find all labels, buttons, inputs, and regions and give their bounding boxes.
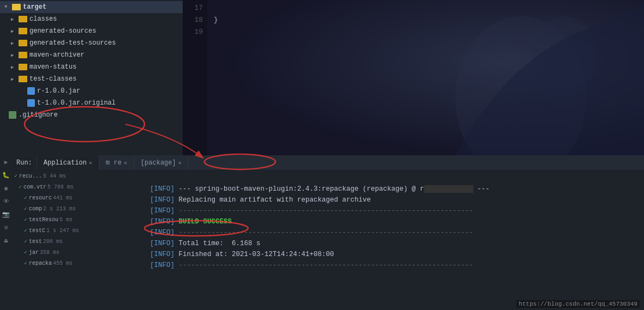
check-icon-jar: ✓ xyxy=(24,249,27,256)
bottom-panel: ✓ recu... 5 44 ms ✓ com.vtr 5 786 ms ✓ r… xyxy=(12,171,644,310)
tree-arrow-classes: ▶ xyxy=(11,16,17,22)
check-icon-comvtr: ✓ xyxy=(19,184,22,190)
jar-icon-1 xyxy=(27,87,35,95)
folder-icon-gen-src xyxy=(19,28,27,34)
tree-item-jar1[interactable]: r-1.0.0.jar xyxy=(0,85,183,97)
run-item-jar-label: jar xyxy=(29,250,39,256)
root-label: target xyxy=(23,3,46,11)
tree-root[interactable]: ▼ target xyxy=(0,1,183,13)
label-jar1: r-1.0.0.jar xyxy=(37,87,80,95)
run-item-testresou[interactable]: ✓ testResou 5 ms xyxy=(12,214,105,225)
camera-icon[interactable]: 📷 xyxy=(2,210,10,218)
run-item-recu-label: recu... xyxy=(19,173,42,179)
tree-arrow-test-classes: ▶ xyxy=(11,76,17,82)
run-item-resourc[interactable]: ✓ resourc 441 ms xyxy=(12,192,105,203)
label-gen-test: generated-test-sources xyxy=(29,39,116,47)
code-line-18: } xyxy=(214,14,637,26)
run-item-testc-label: testC xyxy=(29,228,45,234)
run-tree: ✓ recu... 5 44 ms ✓ com.vtr 5 786 ms ✓ r… xyxy=(12,171,105,310)
tree-item-generated-sources[interactable]: ▶ generated-sources xyxy=(0,25,183,37)
run-item-comp-time: 2 s 213 ms xyxy=(43,206,76,212)
settings-icon[interactable]: ⚙ xyxy=(2,223,10,232)
tree-arrow-gen-test: ▶ xyxy=(11,40,17,46)
folder-icon-test-classes xyxy=(19,76,27,82)
run-item-repacka-label: repacka xyxy=(29,260,52,266)
folder-icon-classes xyxy=(19,16,27,22)
run-item-comp-label: comp xyxy=(29,206,42,212)
line-num-17: 17 xyxy=(183,2,203,14)
run-item-testresou-time: 5 ms xyxy=(59,217,73,223)
tab-bar: Run: Application ✕ m re ✕ [package] ✕ xyxy=(12,155,644,171)
code-content: } xyxy=(207,0,644,155)
check-icon-recu: ✓ xyxy=(14,173,17,179)
check-icon-test: ✓ xyxy=(24,238,27,245)
jar-icon-2 xyxy=(27,99,35,107)
run-item-comp[interactable]: ✓ comp 2 s 213 ms xyxy=(12,203,105,214)
tree-item-maven-archiver[interactable]: ▶ maven-archiver xyxy=(0,49,183,61)
line-num-19: 19 xyxy=(183,26,203,38)
exit-icon[interactable]: ⏏ xyxy=(2,236,10,245)
tree-item-test-classes[interactable]: ▶ test-classes xyxy=(0,73,183,85)
tab-re[interactable]: m re ✕ xyxy=(99,155,134,170)
tab-package-label: [package] xyxy=(141,159,176,167)
run-item-repacka[interactable]: ✓ repacka 455 ms xyxy=(12,258,105,269)
play-icon[interactable]: ▶ xyxy=(2,157,10,166)
code-line-17 xyxy=(214,2,637,14)
run-item-comvtr-label: com.vtr xyxy=(23,184,46,190)
file-tree: ▼ target ▶ classes ▶ generated-sources ▶… xyxy=(0,0,183,155)
run-item-recu-time: 5 44 ms xyxy=(43,173,66,179)
check-icon-testc: ✓ xyxy=(24,227,27,234)
tab-application-label: Application xyxy=(44,159,87,167)
tree-item-gitignore[interactable]: .gitignore xyxy=(0,109,183,121)
check-icon-repacka: ✓ xyxy=(24,260,27,266)
run-item-test-time: 206 ms xyxy=(43,239,63,245)
label-classes: classes xyxy=(29,15,57,23)
folder-icon-archiver xyxy=(19,52,27,58)
tab-re-close[interactable]: ✕ xyxy=(124,160,127,166)
code-editor: 17 18 19 } xyxy=(183,0,644,155)
run-item-jar[interactable]: ✓ jar 358 ms xyxy=(12,247,105,258)
tab-package[interactable]: [package] ✕ xyxy=(134,155,189,170)
check-icon-comp: ✓ xyxy=(24,205,27,212)
run-item-testresou-label: testResou xyxy=(29,217,58,223)
profile-icon[interactable]: ◉ xyxy=(2,184,10,192)
label-status: maven-status xyxy=(29,63,76,71)
left-sidebar: ▶ 🐛 ◉ 👁 📷 ⚙ ⏏ xyxy=(0,155,12,310)
line-numbers: 17 18 19 xyxy=(183,0,207,155)
code-line-19 xyxy=(214,26,637,38)
eye-icon[interactable]: 👁 xyxy=(2,197,10,205)
run-label: Run: xyxy=(12,155,37,170)
folder-icon-status xyxy=(19,64,27,70)
file-icon-gitignore xyxy=(9,111,16,119)
code-editor-area: 17 18 19 } xyxy=(183,0,644,155)
tab-application-close[interactable]: ✕ xyxy=(89,160,92,166)
label-archiver: maven-archiver xyxy=(29,51,85,59)
tree-arrow-root: ▼ xyxy=(4,4,11,10)
tree-item-maven-status[interactable]: ▶ maven-status xyxy=(0,61,183,73)
label-gitignore: .gitignore xyxy=(19,111,58,119)
tab-package-close[interactable]: ✕ xyxy=(178,160,182,166)
tree-arrow-archiver: ▶ xyxy=(11,52,17,58)
line-num-18: 18 xyxy=(183,14,203,26)
run-item-recu[interactable]: ✓ recu... 5 44 ms xyxy=(12,171,105,181)
run-item-jar-time: 358 ms xyxy=(40,250,59,256)
run-item-testc-time: 1 s 247 ms xyxy=(46,228,79,234)
run-item-resourc-time: 441 ms xyxy=(53,195,73,201)
run-item-test-label: test xyxy=(29,239,42,245)
tree-arrow-gen-src: ▶ xyxy=(11,28,17,34)
label-test-classes: test-classes xyxy=(29,75,76,83)
tree-item-jar2[interactable]: t-1.0.0.jar.original xyxy=(0,97,183,109)
label-jar2: t-1.0.0.jar.original xyxy=(37,99,116,107)
tab-application[interactable]: Application ✕ xyxy=(37,155,99,170)
bug-icon[interactable]: 🐛 xyxy=(2,171,10,179)
console-output: [INFO] --- spring-boot-maven-plugin:2.4.… xyxy=(105,171,644,310)
run-item-comvtr[interactable]: ✓ com.vtr 5 786 ms xyxy=(12,181,105,192)
run-item-test[interactable]: ✓ test 206 ms xyxy=(12,236,105,247)
run-item-repacka-time: 455 ms xyxy=(53,260,73,266)
console-line-1: [INFO] --- spring-boot-maven-plugin:2.4.… xyxy=(109,173,640,184)
tree-arrow-status: ▶ xyxy=(11,64,17,70)
bottom-area: ▶ 🐛 ◉ 👁 📷 ⚙ ⏏ Run: Application ✕ m re ✕ … xyxy=(0,155,644,310)
tree-item-generated-test-sources[interactable]: ▶ generated-test-sources xyxy=(0,37,183,49)
tree-item-classes[interactable]: ▶ classes xyxy=(0,13,183,25)
run-item-testc[interactable]: ✓ testC 1 s 247 ms xyxy=(12,225,105,236)
